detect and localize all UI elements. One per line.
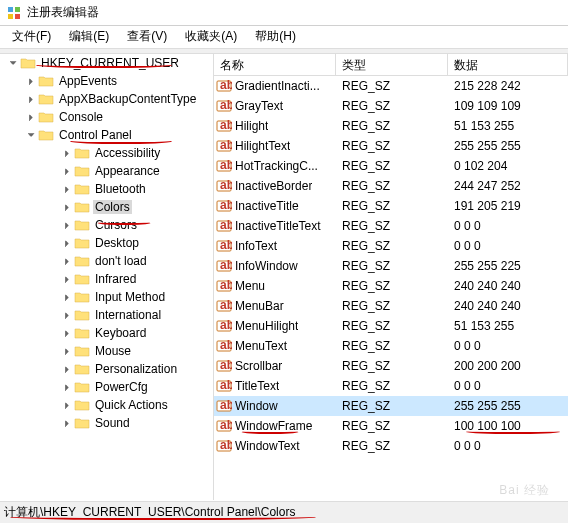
value-name: InactiveBorder (235, 179, 312, 193)
value-type: REG_SZ (336, 299, 448, 313)
string-value-icon (216, 158, 232, 174)
list-row[interactable]: InactiveTitleREG_SZ191 205 219 (214, 196, 568, 216)
chevron-right-icon[interactable]: ⏵ (60, 218, 74, 232)
cell-name: Window (214, 398, 336, 414)
chevron-right-icon[interactable]: ⏵ (24, 92, 38, 106)
string-value-icon (216, 358, 232, 374)
list-row[interactable]: MenuTextREG_SZ0 0 0 (214, 336, 568, 356)
chevron-right-icon[interactable]: ⏵ (24, 110, 38, 124)
tree-node[interactable]: ⏵Appearance (0, 162, 213, 180)
chevron-down-icon[interactable]: ⏷ (24, 128, 38, 142)
list-row[interactable]: InactiveTitleTextREG_SZ0 0 0 (214, 216, 568, 236)
tree-node-label: PowerCfg (93, 380, 150, 394)
list-row[interactable]: MenuHilightREG_SZ51 153 255 (214, 316, 568, 336)
tree-node[interactable]: ⏵AppXBackupContentType (0, 90, 213, 108)
chevron-right-icon[interactable]: ⏵ (60, 416, 74, 430)
chevron-down-icon[interactable]: ⏷ (6, 56, 20, 70)
chevron-right-icon[interactable]: ⏵ (60, 380, 74, 394)
menu-item[interactable]: 查看(V) (119, 26, 175, 47)
tree-node[interactable]: ⏵AppEvents (0, 72, 213, 90)
tree-node[interactable]: ⏵Input Method (0, 288, 213, 306)
col-header-name[interactable]: 名称 (214, 54, 336, 75)
tree-node[interactable]: ⏵International (0, 306, 213, 324)
tree-node[interactable]: ⏵Quick Actions (0, 396, 213, 414)
chevron-right-icon[interactable]: ⏵ (60, 200, 74, 214)
folder-icon (74, 326, 90, 340)
list-row[interactable]: MenuBarREG_SZ240 240 240 (214, 296, 568, 316)
value-name: MenuText (235, 339, 287, 353)
tree-node[interactable]: ⏵Bluetooth (0, 180, 213, 198)
list-row[interactable]: GrayTextREG_SZ109 109 109 (214, 96, 568, 116)
string-value-icon (216, 298, 232, 314)
tree-node[interactable]: ⏵PowerCfg (0, 378, 213, 396)
folder-icon (74, 308, 90, 322)
cell-name: HilightText (214, 138, 336, 154)
tree-node[interactable]: ⏵Desktop (0, 234, 213, 252)
list-row[interactable]: WindowFrameREG_SZ100 100 100 (214, 416, 568, 436)
tree-node[interactable]: ⏵Personalization (0, 360, 213, 378)
folder-icon (74, 398, 90, 412)
value-list[interactable]: 名称 类型 数据 GradientInacti...REG_SZ215 228 … (214, 54, 568, 500)
tree-node[interactable]: ⏵Console (0, 108, 213, 126)
tree-node-label: Console (57, 110, 105, 124)
string-value-icon (216, 178, 232, 194)
tree-node-label: Keyboard (93, 326, 148, 340)
list-row[interactable]: MenuREG_SZ240 240 240 (214, 276, 568, 296)
value-type: REG_SZ (336, 319, 448, 333)
tree-node[interactable]: ⏵Infrared (0, 270, 213, 288)
chevron-right-icon[interactable]: ⏵ (60, 146, 74, 160)
cell-name: WindowText (214, 438, 336, 454)
menu-item[interactable]: 文件(F) (4, 26, 59, 47)
chevron-right-icon[interactable]: ⏵ (24, 74, 38, 88)
col-header-data[interactable]: 数据 (448, 54, 568, 75)
tree-node[interactable]: ⏷Control Panel (0, 126, 213, 144)
menu-item[interactable]: 帮助(H) (247, 26, 304, 47)
tree-node[interactable]: ⏵Cursors (0, 216, 213, 234)
list-row[interactable]: GradientInacti...REG_SZ215 228 242 (214, 76, 568, 96)
list-row[interactable]: HilightREG_SZ51 153 255 (214, 116, 568, 136)
list-row[interactable]: HilightTextREG_SZ255 255 255 (214, 136, 568, 156)
chevron-right-icon[interactable]: ⏵ (60, 290, 74, 304)
menu-item[interactable]: 收藏夹(A) (177, 26, 245, 47)
chevron-right-icon[interactable]: ⏵ (60, 308, 74, 322)
tree-node[interactable]: ⏵Mouse (0, 342, 213, 360)
list-row[interactable]: ScrollbarREG_SZ200 200 200 (214, 356, 568, 376)
registry-tree[interactable]: ⏷HKEY_CURRENT_USER⏵AppEvents⏵AppXBackupC… (0, 54, 214, 500)
chevron-right-icon[interactable]: ⏵ (60, 164, 74, 178)
list-row[interactable]: InactiveBorderREG_SZ244 247 252 (214, 176, 568, 196)
chevron-right-icon[interactable]: ⏵ (60, 272, 74, 286)
list-row[interactable]: InfoWindowREG_SZ255 255 225 (214, 256, 568, 276)
value-data: 51 153 255 (448, 119, 568, 133)
tree-node[interactable]: ⏵Colors (0, 198, 213, 216)
tree-node[interactable]: ⏵Keyboard (0, 324, 213, 342)
string-value-icon (216, 98, 232, 114)
list-row[interactable]: WindowREG_SZ255 255 255 (214, 396, 568, 416)
value-data: 0 0 0 (448, 239, 568, 253)
cell-name: InactiveTitle (214, 198, 336, 214)
folder-icon (74, 344, 90, 358)
tree-node-label: AppEvents (57, 74, 119, 88)
list-header: 名称 类型 数据 (214, 54, 568, 76)
value-data: 0 0 0 (448, 439, 568, 453)
value-data: 100 100 100 (448, 419, 568, 433)
list-row[interactable]: InfoTextREG_SZ0 0 0 (214, 236, 568, 256)
list-row[interactable]: HotTrackingC...REG_SZ0 102 204 (214, 156, 568, 176)
tree-node[interactable]: ⏷HKEY_CURRENT_USER (0, 54, 213, 72)
tree-node[interactable]: ⏵Sound (0, 414, 213, 432)
chevron-right-icon[interactable]: ⏵ (60, 236, 74, 250)
chevron-right-icon[interactable]: ⏵ (60, 398, 74, 412)
tree-node[interactable]: ⏵Accessibility (0, 144, 213, 162)
list-row[interactable]: TitleTextREG_SZ0 0 0 (214, 376, 568, 396)
value-name: InfoText (235, 239, 277, 253)
col-header-type[interactable]: 类型 (336, 54, 448, 75)
chevron-right-icon[interactable]: ⏵ (60, 182, 74, 196)
chevron-right-icon[interactable]: ⏵ (60, 362, 74, 376)
chevron-right-icon[interactable]: ⏵ (60, 326, 74, 340)
tree-node[interactable]: ⏵don't load (0, 252, 213, 270)
chevron-right-icon[interactable]: ⏵ (60, 254, 74, 268)
chevron-right-icon[interactable]: ⏵ (60, 344, 74, 358)
value-name: HilightText (235, 139, 290, 153)
menu-item[interactable]: 编辑(E) (61, 26, 117, 47)
list-row[interactable]: WindowTextREG_SZ0 0 0 (214, 436, 568, 456)
folder-icon (74, 362, 90, 376)
